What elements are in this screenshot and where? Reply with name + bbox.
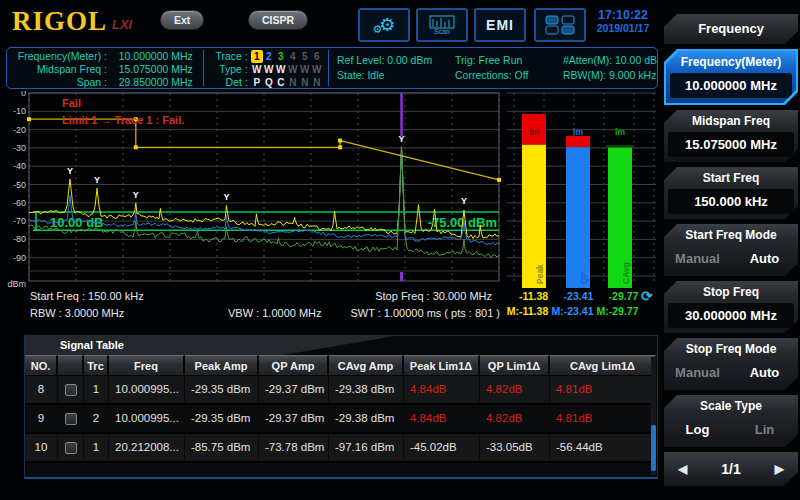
stop-freq-readout: Stop Freq : 30.000 MHz xyxy=(320,290,492,302)
trace-badge[interactable]: 2 xyxy=(263,50,275,63)
meter-value: -23.41 xyxy=(556,290,601,302)
svg-text:lm: lm xyxy=(615,127,625,137)
column-header: Trc xyxy=(84,355,109,376)
table-row[interactable]: 9210.000995...-29.35 dBm-29.37 dBm-29.38… xyxy=(25,405,657,434)
trace-row-label: Trace : xyxy=(204,50,248,63)
trace-row: Trace :123456 xyxy=(204,50,328,63)
meter-bar-chart: lmPeaklmQPlmCAvg xyxy=(505,91,658,292)
softkey-scale-type[interactable]: Scale TypeLogLin xyxy=(664,395,798,447)
table-cell: -97.16 dBm xyxy=(329,434,404,461)
table-scrollbar-thumb[interactable] xyxy=(651,425,656,471)
layout-grid-button[interactable] xyxy=(534,8,586,42)
grid-icon xyxy=(544,14,576,36)
table-cell: 10.000995... xyxy=(109,376,185,403)
meter-max-values: M:-11.38M:-23.41M:-29.77 xyxy=(505,305,658,317)
page-indicator: 1/1 xyxy=(721,461,740,477)
meter-value: -11.38 xyxy=(511,290,556,302)
trace-badge[interactable]: C xyxy=(275,76,287,89)
softkey-label: Midspan Freq xyxy=(664,110,798,132)
column-header: Freq xyxy=(109,355,185,376)
svg-text:-30: -30 xyxy=(13,143,26,153)
row-checkbox[interactable] xyxy=(65,384,77,396)
svg-text:-50: -50 xyxy=(13,180,26,190)
trace-badge[interactable]: N xyxy=(311,76,323,89)
softkey-stop-freq-mode[interactable]: Stop Freq ModeManualAuto xyxy=(664,338,798,390)
table-cell: -85.75 dBm xyxy=(185,434,259,461)
trace-badge[interactable]: W xyxy=(275,63,287,76)
spectrum-plot[interactable]: 0-10-20-30-40-50-60-70-80-90dBm10.00 dB-… xyxy=(0,91,505,292)
table-scrollbar[interactable] xyxy=(651,357,656,475)
trace-badge[interactable]: 3 xyxy=(275,50,287,63)
softkey-value: 150.000 kHz xyxy=(668,189,794,214)
softkey-start-freq-mode[interactable]: Start Freq ModeManualAuto xyxy=(664,224,798,276)
option-auto[interactable]: Auto xyxy=(731,360,798,386)
scan-button[interactable]: Scan xyxy=(416,8,468,42)
settings-button[interactable]: ⚙⚙ xyxy=(358,8,410,42)
trace-badge[interactable]: Q xyxy=(263,76,275,89)
table-row[interactable]: 10120.212008...-85.75 dBm-73.78 dBm-97.1… xyxy=(25,434,657,463)
table-cell: 9 xyxy=(25,405,58,432)
cispr-button[interactable]: CISPR xyxy=(248,10,308,30)
column-header: QP Amp xyxy=(259,355,329,376)
meter-max-value: M:-29.77 xyxy=(595,305,640,317)
trace-badge[interactable]: 4 xyxy=(287,50,299,63)
softkey-midspan-freq[interactable]: Midspan Freq15.075000 MHz xyxy=(664,110,798,162)
svg-text:Y: Y xyxy=(223,192,229,202)
table-cell: 4.84dB xyxy=(404,376,480,403)
row-checkbox[interactable] xyxy=(65,442,77,454)
next-page-button[interactable]: ▶ xyxy=(775,462,784,476)
svg-text:Y: Y xyxy=(461,196,467,206)
table-row[interactable]: 8110.000995...-29.35 dBm-29.37 dBm-29.38… xyxy=(25,376,657,405)
softkey-menu: Frequency Frequency(Meter)10.000000 MHzM… xyxy=(662,0,800,500)
option-manual[interactable]: Manual xyxy=(664,360,731,386)
trace-badge[interactable]: N xyxy=(299,76,311,89)
table-cell: -29.38 dBm xyxy=(329,405,404,432)
trace-badge[interactable]: W xyxy=(287,63,299,76)
svg-text:CAvg: CAvg xyxy=(621,262,631,284)
info-label: Frequency(Meter) : xyxy=(7,50,107,63)
meter-value: -29.77 xyxy=(601,290,646,302)
svg-text:Y: Y xyxy=(399,134,405,144)
softkey-frequency-meter[interactable]: Frequency(Meter)10.000000 MHz xyxy=(664,49,798,105)
trace-badge[interactable]: P xyxy=(251,76,263,89)
table-cell: 1 xyxy=(84,376,109,403)
table-cell xyxy=(58,376,84,403)
clock-date: 2019/01/17 xyxy=(588,22,658,34)
softkey-stop-freq[interactable]: Stop Freq30.000000 MHz xyxy=(664,281,798,333)
trace-badge[interactable]: W xyxy=(263,63,275,76)
trace-badge[interactable]: 6 xyxy=(311,50,323,63)
trace-badge[interactable]: N xyxy=(287,76,299,89)
status-text: RBW(M): 9.000 kHz xyxy=(555,68,657,83)
table-cell: 4.81dB xyxy=(550,405,657,432)
svg-text:dBm: dBm xyxy=(7,279,26,289)
status-text: Trig: Free Run xyxy=(447,53,555,68)
option-log[interactable]: Log xyxy=(664,417,731,443)
status-text: State: Idle xyxy=(329,68,447,83)
option-manual[interactable]: Manual xyxy=(664,246,731,272)
table-cell: 8 xyxy=(25,376,58,403)
trace-badge[interactable]: W xyxy=(311,63,323,76)
table-cell: -56.44dB xyxy=(550,434,657,461)
trace-badge[interactable]: 1 xyxy=(251,50,263,63)
softkey-start-freq[interactable]: Start Freq150.000 kHz xyxy=(664,167,798,219)
option-lin[interactable]: Lin xyxy=(731,417,798,443)
info-label: Midspan Freq : xyxy=(7,63,107,76)
table-cell: 4.82dB xyxy=(480,376,550,403)
svg-text:lm: lm xyxy=(529,127,539,137)
table-cell xyxy=(58,434,84,461)
svg-text:QP: QP xyxy=(579,271,589,284)
trace-badge[interactable]: W xyxy=(251,63,263,76)
refresh-icon[interactable]: ⟳ xyxy=(641,288,653,304)
trace-badge[interactable]: W xyxy=(299,63,311,76)
menu-title: Frequency xyxy=(664,14,798,44)
option-auto[interactable]: Auto xyxy=(731,246,798,272)
emi-button[interactable]: EMI xyxy=(474,8,526,42)
ext-button[interactable]: Ext xyxy=(160,10,204,30)
row-checkbox[interactable] xyxy=(65,413,77,425)
softkey-label: Start Freq Mode xyxy=(664,224,798,246)
svg-text:-40: -40 xyxy=(13,161,26,171)
prev-page-button[interactable]: ◀ xyxy=(678,462,687,476)
signal-table-tab[interactable]: Signal Table xyxy=(25,336,395,355)
trace-badge[interactable]: 5 xyxy=(299,50,311,63)
softkey-toggle: LogLin xyxy=(664,417,798,443)
